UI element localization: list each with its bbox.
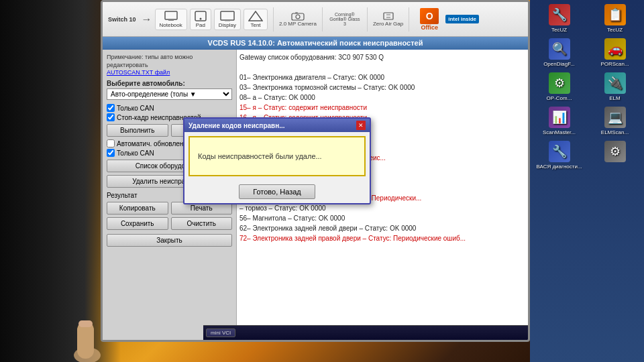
pad-mode-btn[interactable]: Pad xyxy=(190,9,211,30)
desktop-icon-porscan-label: PORScan... xyxy=(600,61,629,67)
zero-air-gap-section: Zero Air Gap xyxy=(373,11,403,27)
svg-point-8 xyxy=(296,15,300,19)
svg-rect-0 xyxy=(165,11,177,19)
desktop-icon-opendiag[interactable]: 🔍 OpenDiagF... xyxy=(533,37,586,68)
dialog-overlay: Удаление кодов неисправн... ✕ Коды неисп… xyxy=(103,37,528,340)
svg-rect-10 xyxy=(384,13,393,19)
svg-rect-15 xyxy=(78,320,93,327)
separator-2 xyxy=(322,7,323,32)
desktop-icon-elmscan-label: ELMScan... xyxy=(601,129,629,135)
svg-rect-9 xyxy=(295,12,298,14)
svg-marker-6 xyxy=(249,11,262,21)
svg-rect-14 xyxy=(77,322,94,359)
separator-1 xyxy=(273,7,274,32)
office-section: O Office xyxy=(420,8,439,31)
zero-air-gap-label: Zero Air Gap xyxy=(373,21,403,27)
desktop-icon-opendiag-label: OpenDiagF... xyxy=(543,61,575,67)
dialog-ok-btn[interactable]: Готово, Назад xyxy=(239,184,315,199)
elmscan-icon: 💻 xyxy=(604,107,626,128)
tablet-taskbar: Switch 10 → Notebook Pad Display Tent 2.… xyxy=(103,2,528,37)
display-label: Display xyxy=(219,22,236,28)
desktop-icon-scanmaster-label: ScanMaster... xyxy=(543,129,576,135)
separator-4 xyxy=(409,7,409,32)
tablet-screen: Switch 10 → Notebook Pad Display Tent 2.… xyxy=(101,0,530,342)
tools-icon: ⚙ xyxy=(604,141,626,162)
scanmaster-icon: 📊 xyxy=(549,107,570,128)
arrow-icon: → xyxy=(142,13,152,25)
dialog-close-btn[interactable]: ✕ xyxy=(356,121,366,130)
desktop-icon-elm[interactable]: 🔌 ELM xyxy=(588,71,641,103)
tent-label: Tent xyxy=(250,22,260,28)
desktop-area: 🔧 TecUZ 📋 TecUZ 🔍 OpenDiagF... 🚗 PORScan… xyxy=(530,0,644,362)
desktop-icon-opcom[interactable]: ⚙ OP-Com... xyxy=(533,71,586,103)
desktop-icon-elmscan[interactable]: 💻 ELMScan... xyxy=(588,105,641,137)
dialog-body-text: Коды неисправностей были удале... xyxy=(198,152,322,160)
camera-section: 2.0 MP Camera xyxy=(279,11,317,27)
svg-rect-4 xyxy=(221,11,234,20)
corning-label: Corning® Gorilla® Glass 3 xyxy=(328,12,362,26)
desktop-icon-tecuz1-label: TecUZ xyxy=(551,27,567,33)
notebook-mode-btn[interactable]: Notebook xyxy=(155,9,187,30)
finger-overlay xyxy=(67,308,121,362)
intel-badge: intel inside xyxy=(445,15,479,23)
desktop-icon-elm-label: ELM xyxy=(609,95,620,101)
dialog-titlebar: Удаление кодов неисправн... ✕ xyxy=(184,119,370,132)
camera-label: 2.0 MP Camera xyxy=(279,21,317,27)
dialog-title: Удаление кодов неисправн... xyxy=(189,122,285,129)
desktop-icon-tecuz2[interactable]: 📋 TecUZ xyxy=(588,3,641,34)
display-mode-btn[interactable]: Display xyxy=(214,9,241,30)
dialog-footer: Готово, Назад xyxy=(184,180,370,203)
elm-icon: 🔌 xyxy=(604,72,626,94)
desktop-icon-tecuz2-label: TecUZ xyxy=(607,27,623,33)
opcom-icon: ⚙ xyxy=(549,72,570,94)
delete-codes-dialog: Удаление кодов неисправн... ✕ Коды неисп… xyxy=(183,117,371,204)
separator-3 xyxy=(367,7,368,32)
desktop-icon-vasya-label: ВАСЯ диагности... xyxy=(536,164,582,170)
dialog-body: Коды неисправностей были удале... xyxy=(189,136,366,176)
desktop-icon-tools[interactable]: ⚙ xyxy=(588,139,641,171)
switch-label: Switch 10 xyxy=(108,16,136,23)
desktop-icon-opcom-label: OP-Com... xyxy=(547,95,572,101)
desktop-icon-vasya[interactable]: 🔧 ВАСЯ диагности... xyxy=(533,139,586,171)
tecuz1-icon: 🔧 xyxy=(549,4,570,25)
opendiag-icon: 🔍 xyxy=(549,38,570,60)
svg-point-3 xyxy=(199,17,201,19)
office-label: Office xyxy=(421,24,438,31)
pad-label: Pad xyxy=(196,22,205,28)
notebook-label: Notebook xyxy=(160,22,182,28)
tecuz2-icon: 📋 xyxy=(604,4,626,25)
desktop-icon-scanmaster[interactable]: 📊 ScanMaster... xyxy=(533,105,586,137)
vcds-application: VCDS RUS 14.10.0: Автоматический поиск н… xyxy=(103,37,528,340)
svg-rect-1 xyxy=(168,19,174,21)
tent-mode-btn[interactable]: Tent xyxy=(244,9,268,30)
svg-rect-5 xyxy=(225,20,230,21)
desktop-icon-porscan[interactable]: 🚗 PORScan... xyxy=(588,37,641,68)
corning-section: Corning® Gorilla® Glass 3 xyxy=(328,12,362,26)
vasya-icon: 🔧 xyxy=(549,141,570,162)
desktop-icon-tecuz1[interactable]: 🔧 TecUZ xyxy=(533,3,586,34)
porscan-icon: 🚗 xyxy=(604,38,626,60)
